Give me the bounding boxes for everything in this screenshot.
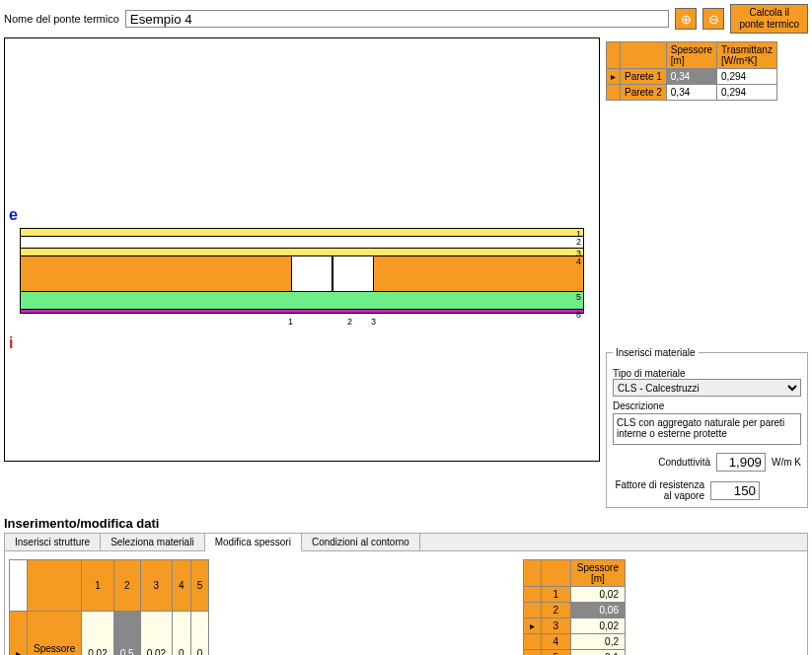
name-input[interactable] <box>125 10 670 28</box>
vapor-label: Fattore di resistenza al vapore <box>613 479 704 501</box>
table-row[interactable]: 50,1 <box>523 650 625 656</box>
desc-box: CLS con aggregato naturale per pareti in… <box>613 413 801 445</box>
table-row[interactable]: ▸ Spessore [m] 0,02 0,5 0,02 0 0 <box>10 611 209 655</box>
desc-label: Descrizione <box>613 400 801 411</box>
table-row[interactable]: 10,02 <box>523 587 625 603</box>
tab-seleziona-materiali[interactable]: Seleziona materiali <box>101 534 205 550</box>
name-label: Nome del ponte termico <box>4 13 119 25</box>
interior-label: i <box>9 334 13 352</box>
walls-col-name <box>621 42 667 69</box>
table-row[interactable]: Parete 2 0,34 0,294 <box>607 85 777 101</box>
tab-modifica-spessori[interactable]: Modifica spessori <box>205 534 302 551</box>
table-row[interactable]: ▸ Parete 1 0,34 0,294 <box>607 69 777 85</box>
material-legend: Inserisci materiale <box>613 347 699 358</box>
walls-col-trasm: Trasmittanz [W/m²K] <box>717 42 777 69</box>
thermal-bridge-canvas[interactable]: e i 1 2 3 4 5 6 1 2 3 <box>4 37 600 462</box>
tipo-label: Tipo di materiale <box>613 368 801 379</box>
table-row[interactable]: 20,06 <box>523 603 625 619</box>
tab-inserisci-strutture[interactable]: Inserisci strutture <box>5 534 101 550</box>
vapor-input[interactable] <box>710 481 760 500</box>
table-row[interactable]: ▸30,02 <box>523 619 625 634</box>
calculate-button[interactable]: Calcola il ponte termico <box>730 4 808 34</box>
walls-col-ptr <box>607 42 621 69</box>
walls-col-spessore: Spessore [m] <box>666 42 716 69</box>
vertical-spessore-table[interactable]: Spessore [m] 10,02 20,06 ▸30,02 40,2 50,… <box>523 559 626 655</box>
exterior-label: e <box>9 206 18 224</box>
table-row[interactable]: 40,2 <box>523 634 625 650</box>
material-panel: Inserisci materiale Tipo di materiale CL… <box>606 347 808 508</box>
walls-table[interactable]: Spessore [m] Trasmittanz [W/m²K] ▸ Paret… <box>606 41 777 101</box>
zoom-in-icon[interactable]: ⊕ <box>675 8 697 30</box>
tipo-select[interactable]: CLS - Calcestruzzi <box>613 379 801 397</box>
zoom-out-icon[interactable]: ⊖ <box>702 8 724 30</box>
tab-bar: Inserisci strutture Seleziona materiali … <box>4 533 808 551</box>
cond-input[interactable] <box>716 453 766 472</box>
cond-unit: W/m K <box>772 457 801 468</box>
layer-stack: 1 2 3 4 5 6 <box>20 228 584 314</box>
tab-condizioni-contorno[interactable]: Condizioni al contorno <box>302 534 420 550</box>
cond-label: Conduttività <box>613 457 710 468</box>
horizontal-spessore-table[interactable]: 1 2 3 4 5 ▸ Spessore [m] 0,02 0,5 0,02 0… <box>9 559 209 655</box>
section-title: Inserimento/modifica dati <box>4 516 808 531</box>
